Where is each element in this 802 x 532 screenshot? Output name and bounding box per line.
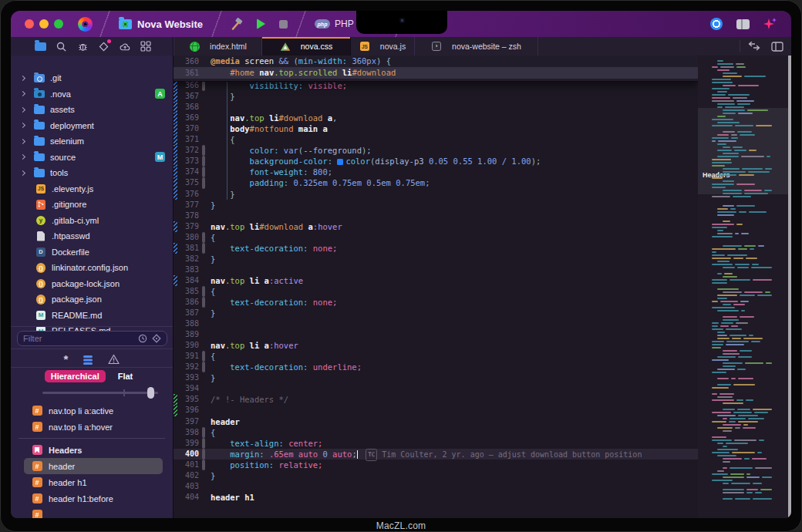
publish-cloud-icon[interactable]: [119, 40, 132, 53]
code-line-393[interactable]: 393}: [174, 372, 698, 383]
tab-index-html[interactable]: index.html: [174, 37, 262, 56]
layers-icon[interactable]: [83, 355, 93, 358]
sparkle-icon[interactable]: [763, 17, 777, 31]
code-line-398[interactable]: 398{: [174, 427, 698, 438]
code-line-386[interactable]: 386text-decoration: none;: [174, 297, 698, 308]
all-symbols-icon[interactable]: *: [64, 355, 69, 363]
minimap[interactable]: Headers: [698, 56, 788, 518]
code-line-373[interactable]: 373background-color: color(display-p3 0.…: [174, 156, 698, 167]
code-line-391[interactable]: 391{: [174, 351, 698, 362]
warnings-icon[interactable]: [108, 354, 120, 365]
search-icon[interactable]: [55, 40, 68, 53]
file-tree-item--htpasswd[interactable]: .htpasswd: [11, 228, 173, 244]
file-tree-item-source[interactable]: sourceM: [11, 150, 173, 166]
code-line-379[interactable]: 379nav.top li#download a:hover: [174, 221, 698, 232]
code-line-374[interactable]: 374font-weight: 800;: [174, 167, 698, 177]
project-title[interactable]: Nova Website: [137, 19, 203, 30]
zoom-window-button[interactable]: [54, 19, 63, 29]
symbol-item-header[interactable]: #header: [11, 458, 173, 474]
code-line-390[interactable]: 390nav.top li a:hover: [174, 340, 698, 351]
symbol-item-nav-top-li-a-active[interactable]: #nav.top li a:active: [11, 402, 173, 419]
code-line-376[interactable]: 376}: [174, 189, 698, 200]
source-control-icon[interactable]: [97, 40, 110, 53]
symbol-item-nav-top-li-a-hover[interactable]: #nav.top li a:hover: [11, 419, 173, 435]
code-line-399[interactable]: 399text-align: center;: [174, 438, 698, 449]
code-line-388[interactable]: 388: [174, 318, 698, 329]
file-tree-item--nova[interactable]: .novaA: [11, 86, 173, 103]
code-line-370[interactable]: 370body#notfound main a: [174, 123, 698, 134]
code-line-392[interactable]: 392text-decoration: underline;: [174, 362, 698, 372]
code-editor[interactable]: 365z-index: unset;366visibility: visible…: [174, 56, 698, 518]
code-line-400[interactable]: 400margin: .65em auto 0 auto;TCTim Coult…: [174, 449, 698, 460]
code-line-396[interactable]: 396: [174, 405, 698, 416]
minimize-window-button[interactable]: [39, 19, 49, 29]
file-tree-item-selenium[interactable]: selenium: [11, 133, 173, 150]
code-line-368[interactable]: 368: [174, 102, 698, 113]
code-line-387[interactable]: 387}: [174, 308, 698, 318]
recent-clock-icon[interactable]: [138, 334, 147, 343]
chevron-right-icon[interactable]: [20, 123, 25, 128]
code-line-360[interactable]: 360@media screen && (min-width: 360px) {: [174, 56, 698, 67]
code-line-389[interactable]: 389: [174, 329, 698, 340]
tab-nova-css[interactable]: nova.css: [262, 37, 351, 56]
code-line-403[interactable]: 403: [174, 481, 698, 492]
code-line-361[interactable]: 361#home nav.top.scrolled li#download: [174, 67, 698, 79]
chevron-right-icon[interactable]: [20, 76, 25, 81]
chevron-right-icon[interactable]: [20, 139, 25, 144]
filter-input[interactable]: Filter: [17, 331, 167, 346]
code-line-371[interactable]: 371{: [174, 134, 698, 145]
symbol-item-header-h1[interactable]: #header h1: [11, 474, 173, 490]
code-line-380[interactable]: 380{: [174, 232, 698, 243]
code-line-401[interactable]: 401position: relative;: [174, 460, 698, 470]
segment-hierarchical[interactable]: Hierarchical: [45, 370, 106, 382]
split-editor-icon[interactable]: [748, 42, 760, 51]
close-window-button[interactable]: [25, 19, 34, 29]
code-line-378[interactable]: 378: [174, 210, 698, 221]
file-tree-item--git[interactable]: .git: [11, 70, 173, 86]
code-line-366[interactable]: 366visibility: visible;: [174, 80, 698, 91]
code-line-369[interactable]: 369nav.top li#download a,: [174, 113, 698, 123]
file-tree-item-deployment[interactable]: deployment: [11, 118, 173, 134]
code-line-381[interactable]: 381text-decoration: none;: [174, 243, 698, 254]
extensions-grid-icon[interactable]: [140, 40, 153, 53]
code-line-382[interactable]: 382}: [174, 254, 698, 264]
code-line-402[interactable]: 402}: [174, 470, 698, 481]
symbol-item-headers[interactable]: Headers: [11, 442, 173, 458]
segment-flat[interactable]: Flat: [112, 370, 140, 382]
preview-eye-icon[interactable]: [710, 18, 723, 30]
build-button[interactable]: [230, 18, 243, 31]
color-swatch[interactable]: [337, 159, 343, 165]
code-line-397[interactable]: 397header: [174, 416, 698, 427]
code-line-385[interactable]: 385{: [174, 286, 698, 297]
code-line-367[interactable]: 367}: [174, 91, 698, 102]
tab-nova-website-zsh[interactable]: ›nova-website – zsh: [415, 37, 538, 56]
symbol-item-header-h1-before[interactable]: #header h1:before: [11, 490, 173, 507]
file-tree-item-package-json[interactable]: {}package.json: [11, 291, 173, 308]
chevron-right-icon[interactable]: [20, 170, 25, 176]
layout-panes-icon[interactable]: [736, 19, 750, 29]
code-line-394[interactable]: 394: [174, 383, 698, 394]
slider-handle[interactable]: [147, 387, 154, 399]
stop-button[interactable]: [279, 20, 288, 29]
code-line-384[interactable]: 384nav.top li a:active: [174, 275, 698, 286]
code-line-395[interactable]: 395/* !- Headers */: [174, 394, 698, 405]
code-line-404[interactable]: 404header h1: [174, 492, 698, 503]
toggle-sidebar-icon[interactable]: [771, 42, 783, 52]
files-sidebar-icon[interactable]: [34, 40, 47, 53]
scrollbar-track[interactable]: [788, 56, 791, 518]
depth-slider[interactable]: [42, 387, 158, 398]
code-line-375[interactable]: 375padding: 0.325em 0.75em 0.5em 0.75em;: [174, 177, 698, 188]
file-tree-item--gitlab-ci-yml[interactable]: y.gitlab-ci.yml: [11, 213, 173, 229]
file-tree-item--gitignore[interactable]: .gitignore: [11, 197, 173, 213]
tab-nova-js[interactable]: JSnova.js: [351, 37, 415, 56]
issues-bug-icon[interactable]: [76, 40, 89, 53]
chevron-right-icon[interactable]: [20, 91, 25, 96]
chevron-right-icon[interactable]: [20, 154, 25, 160]
code-line-383[interactable]: 383: [174, 264, 698, 275]
file-tree-item-linkinator-config-json[interactable]: {}linkinator.config.json: [11, 260, 173, 276]
file-tree-item-assets[interactable]: assets: [11, 102, 173, 118]
run-button[interactable]: [257, 19, 265, 29]
file-tree-item-dockerfile[interactable]: DDockerfile: [11, 244, 173, 261]
file-tree-item-tools[interactable]: tools: [11, 165, 173, 181]
file-tree-item-readme-md[interactable]: MREADME.md: [11, 308, 173, 324]
